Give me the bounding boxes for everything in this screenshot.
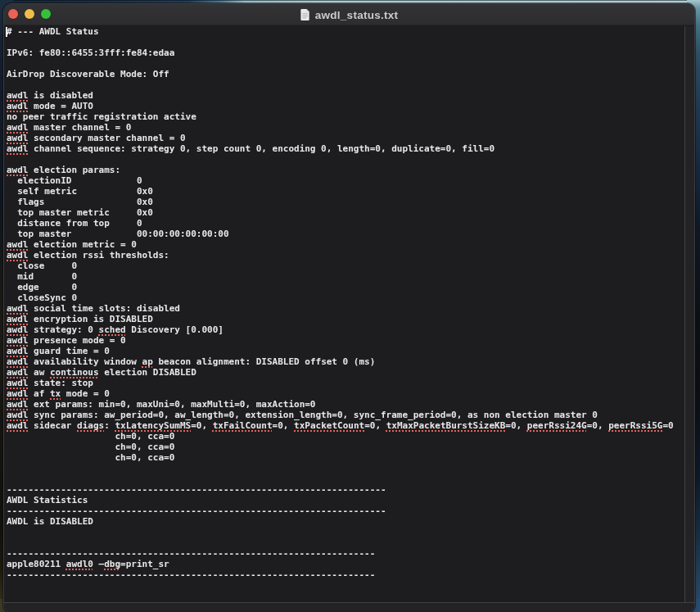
text-line: awdl ext params: min=0, maxUni=0, maxMul… (7, 399, 674, 410)
misspelled-word: awdl (7, 324, 29, 335)
text-line: awdl election metric = 0 (7, 239, 674, 250)
misspelled-word: awdl (7, 101, 29, 111)
text-line: AirDrop Discoverable Mode: Off (7, 69, 674, 79)
text-line: mid 0 (7, 271, 674, 282)
text-line (7, 527, 674, 537)
misspelled-word: peerRssi5G (608, 420, 662, 431)
document-area[interactable]: # --- AWDL StatusIPv6: fe80::6455:3fff:f… (4, 26, 694, 612)
texteditor-window: awdl_status.txt # --- AWDL StatusIPv6: f… (3, 3, 695, 612)
misspelled-word: awdl (7, 335, 29, 346)
misspelled-word: awdl0 (66, 559, 93, 569)
misspelled-word: awdl (7, 239, 29, 250)
text-line: ch=0, cca=0 (7, 442, 674, 452)
text-line (7, 537, 674, 548)
text-line: awdl guard time = 0 (7, 346, 674, 356)
text-line: awdl aw continous election DISABLED (7, 367, 674, 378)
text-line: electionID 0 (7, 175, 674, 186)
text-line (7, 474, 674, 484)
text-line: awdl secondary master channel = 0 (7, 133, 674, 143)
text-line: distance from top 0 (7, 218, 674, 229)
document-text[interactable]: # --- AWDL StatusIPv6: fe80::6455:3fff:f… (7, 26, 674, 580)
text-line: # --- AWDL Status (7, 26, 674, 37)
text-line: closeSync 0 (7, 292, 674, 303)
text-line: awdl channel sequence: strategy 0, step … (7, 143, 674, 154)
text-line: close 0 (7, 261, 674, 271)
text-line: AWDL Statistics (7, 495, 674, 505)
text-line: awdl encryption is DISABLED (7, 314, 674, 324)
misspelled-word: awdl (7, 133, 29, 143)
text-line: flags 0x0 (7, 197, 674, 207)
misspelled-word: awdl (7, 250, 29, 261)
text-line: awdl social time slots: disabled (7, 303, 674, 314)
text-line: ----------------------------------------… (7, 548, 674, 559)
misspelled-word: continous (50, 367, 99, 378)
misspelled-word: txPacketCount (294, 420, 364, 431)
text-line: awdl mode = AUTO (7, 101, 674, 111)
misspelled-word: awdl (7, 143, 29, 154)
misspelled-word: sched (99, 324, 126, 335)
window-title: awdl_status.txt (315, 9, 398, 21)
misspelled-word: awdl (7, 346, 29, 356)
text-line: awdl af tx mode = 0 (7, 388, 674, 399)
text-line (7, 37, 674, 48)
text-line: AWDL is DISABLED (7, 516, 674, 527)
text-line: awdl presence mode = 0 (7, 335, 674, 346)
text-line: awdl sync params: aw_period=0, aw_length… (7, 410, 674, 420)
text-line: awdl availability window ap beacon align… (7, 356, 674, 367)
misspelled-word: awdl (7, 420, 29, 431)
text-line (7, 58, 674, 69)
misspelled-word: txLatencySumMS (115, 420, 191, 431)
misspelled-word: dbg (104, 559, 120, 569)
text-line: awdl sidecar diags: txLatencySumMS=0, tx… (7, 420, 674, 431)
text-line: IPv6: fe80::6455:3fff:fe84:edaa (7, 48, 674, 58)
text-line: ch=0, cca=0 (7, 452, 674, 463)
misspelled-word: awdl (7, 388, 29, 399)
text-line (7, 463, 674, 474)
misspelled-word: txMaxPacketBurstSizeKB (386, 420, 506, 431)
text-line: awdl election params: (7, 165, 674, 175)
text-line: top master metric 0x0 (7, 207, 674, 218)
text-line (7, 154, 674, 165)
title-group: awdl_status.txt (4, 4, 694, 25)
horizontal-scrollbar[interactable] (4, 602, 694, 612)
text-line: awdl election rssi thresholds: (7, 250, 674, 261)
text-line: ----------------------------------------… (7, 505, 674, 516)
misspelled-word: awdl (7, 399, 29, 410)
desktop: { "window": { "title": "awdl_status.txt"… (0, 0, 700, 612)
text-line: ----------------------------------------… (7, 569, 674, 580)
misspelled-word: awdl (7, 410, 29, 420)
misspelled-word: ap (142, 356, 153, 367)
misspelled-word: awdl (7, 356, 29, 367)
misspelled-word: txFailCount (213, 420, 273, 431)
text-line (7, 79, 674, 90)
misspelled-word: awdl (7, 303, 29, 314)
text-line: ch=0, cca=0 (7, 431, 674, 442)
misspelled-word: awdl (7, 90, 29, 101)
misspelled-word: diags (77, 420, 104, 431)
document-icon (300, 9, 310, 20)
misspelled-word: awdl (7, 367, 29, 378)
text-line: ----------------------------------------… (7, 484, 674, 495)
text-line: apple80211 awdl0 –dbg=print_sr (7, 559, 674, 569)
vertical-scrollbar[interactable] (684, 26, 694, 603)
misspelled-word: peerRssi24G (527, 420, 587, 431)
text-line: edge 0 (7, 282, 674, 292)
misspelled-word: awdl (7, 378, 29, 388)
misspelled-word: tx (50, 388, 61, 399)
text-line: awdl master channel = 0 (7, 122, 674, 133)
text-line: awdl state: stop (7, 378, 674, 388)
misspelled-word: awdl (7, 165, 29, 175)
text-line: no peer traffic registration active (7, 111, 674, 122)
text-line: self metric 0x0 (7, 186, 674, 197)
misspelled-word: awdl (7, 122, 29, 133)
misspelled-word: awdl (7, 314, 29, 324)
text-line: awdl strategy: 0 sched Discovery [0.000] (7, 324, 674, 335)
text-line: top master 00:00:00:00:00:00 (7, 229, 674, 239)
text-line: awdl is disabled (7, 90, 674, 101)
titlebar[interactable]: awdl_status.txt (4, 4, 694, 25)
